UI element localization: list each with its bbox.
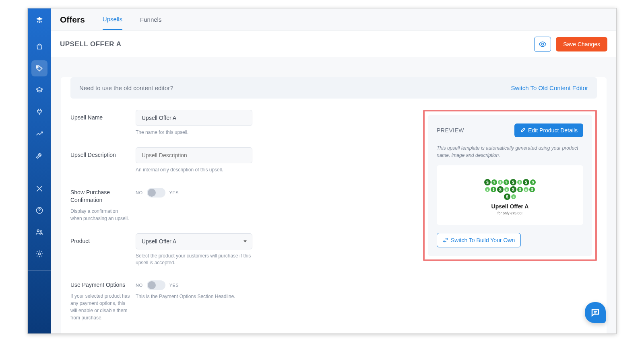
help-payment-options: This is the Payment Options Section Head… [136, 293, 252, 300]
label-show-confirmation: Show Purchase Confirmation Display a con… [70, 185, 131, 222]
label-upsell-name: Upsell Name [70, 110, 131, 122]
help-product: Select the product your customers will p… [136, 253, 252, 266]
svg-point-3 [37, 66, 39, 68]
toggle-no-label-2: NO [136, 283, 143, 288]
page-title: UPSELL OFFER A [60, 40, 121, 48]
sidebar [28, 8, 51, 333]
chat-fab-button[interactable] [585, 302, 606, 323]
preview-card: $$$$$$$$$$$$$$$$$$ Upsell Offer A for on… [437, 165, 583, 225]
sidebar-item-users[interactable] [31, 224, 47, 240]
label-upsell-description: Upsell Description [70, 147, 131, 159]
money-cluster-icon: $$$$$$$$$$$$$$$$$$ [482, 179, 538, 198]
section-title: Offers [60, 15, 85, 25]
svg-point-0 [37, 21, 38, 22]
show-confirmation-toggle[interactable] [147, 188, 165, 198]
preview-heading: PREVIEW [437, 127, 464, 134]
upsell-name-input[interactable] [136, 110, 252, 126]
preview-panel: PREVIEW Edit Product Details This upsell… [423, 110, 597, 261]
help-upsell-name: The name for this upsell. [136, 129, 252, 136]
switch-build-own-button[interactable]: Switch To Build Your Own [437, 233, 521, 247]
svg-point-2 [41, 21, 41, 22]
notice-text: Need to use the old content editor? [79, 84, 173, 91]
payment-options-toggle[interactable] [147, 280, 165, 290]
sidebar-item-offers[interactable] [31, 60, 47, 76]
sidebar-item-settings[interactable] [31, 246, 47, 262]
product-select[interactable]: Upsell Offer A [136, 233, 252, 249]
tab-funnels[interactable]: Funnels [140, 10, 161, 29]
preview-card-title: Upsell Offer A [444, 203, 576, 210]
sidebar-item-plug[interactable] [31, 104, 47, 120]
preview-card-sub: for only €75.00! [444, 211, 576, 215]
sidebar-item-help[interactable] [31, 202, 47, 218]
svg-point-5 [37, 230, 39, 232]
page-header: UPSELL OFFER A Save Changes [51, 31, 616, 58]
sidebar-item-shopping[interactable] [31, 39, 47, 55]
sidebar-divider [28, 172, 51, 172]
switch-old-editor-link[interactable]: Switch To Old Content Editor [511, 84, 588, 91]
sidebar-item-extra1[interactable] [31, 181, 47, 197]
svg-point-1 [39, 22, 40, 23]
app-logo [33, 13, 46, 27]
help-upsell-description: An internal only description of this ups… [136, 167, 252, 173]
label-payment-options: Use Payment Options If your selected pro… [70, 277, 131, 321]
sidebar-divider-2 [28, 270, 51, 271]
tab-upsells[interactable]: Upsells [103, 9, 122, 30]
svg-point-6 [40, 230, 42, 232]
save-changes-button[interactable]: Save Changes [556, 37, 607, 51]
sidebar-item-tools[interactable] [31, 147, 47, 163]
sidebar-item-analytics[interactable] [31, 126, 47, 142]
toggle-yes-label: YES [169, 190, 179, 195]
svg-point-7 [39, 253, 41, 255]
edit-product-details-button[interactable]: Edit Product Details [514, 123, 583, 137]
preview-description: This upsell template is automatically ge… [437, 144, 583, 159]
label-product: Product [70, 233, 131, 245]
toggle-yes-label-2: YES [169, 283, 179, 288]
svg-point-8 [542, 43, 544, 45]
toggle-no-label: NO [136, 190, 143, 195]
sidebar-item-education[interactable] [31, 82, 47, 98]
top-tabs: Offers Upsells Funnels [51, 8, 616, 31]
preview-eye-button[interactable] [534, 37, 551, 52]
notice-bar: Need to use the old content editor? Swit… [70, 77, 597, 99]
upsell-description-input[interactable] [136, 147, 252, 163]
